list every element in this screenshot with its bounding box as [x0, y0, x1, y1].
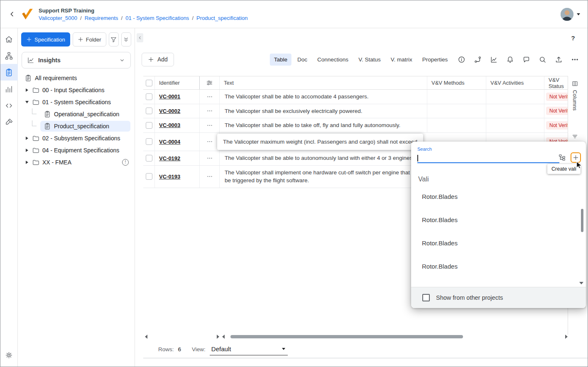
vv-activities-header[interactable]: V&V Activities — [486, 76, 544, 89]
vv-methods-cell[interactable] — [427, 104, 486, 118]
rail-home-button[interactable] — [0, 31, 18, 47]
vv-activities-cell[interactable] — [486, 104, 544, 118]
tree-item-00-input-specifications[interactable]: 00 - Input Specifications — [18, 84, 135, 96]
filter-list-icon[interactable] — [571, 133, 578, 140]
vali-list-item[interactable]: Rotor.Blades — [411, 254, 586, 278]
rail-settings-button[interactable] — [0, 347, 18, 363]
text-header[interactable]: Text — [220, 76, 427, 89]
popup-scroll-down-icon[interactable] — [579, 282, 583, 284]
tree-item-04-equipment-specifications[interactable]: 04 - Equipment Specifications — [18, 144, 135, 156]
tree-item-operational-specification[interactable]: Operational_specification — [18, 108, 135, 120]
scroll-left-icon[interactable] — [145, 335, 147, 339]
breadcrumb-folder[interactable]: 01 - System Specifications — [121, 15, 189, 21]
row-checkbox[interactable] — [146, 108, 152, 114]
vv-activities-cell[interactable] — [486, 90, 544, 104]
sidebar-collapse-handle[interactable] — [137, 33, 143, 42]
rail-scripting-button[interactable] — [0, 97, 18, 114]
frozen-pane-scrollbar[interactable] — [145, 334, 219, 340]
tab-connections[interactable]: Connections — [313, 54, 353, 66]
requirement-text[interactable]: The Valicopter shall be able to take off… — [220, 118, 427, 132]
scroll-left-icon[interactable] — [222, 335, 225, 339]
vv-status-cell[interactable]: Not Verified — [544, 90, 568, 104]
main-pane-scrollbar[interactable] — [222, 334, 568, 340]
row-checkbox[interactable] — [146, 93, 152, 100]
tab-properties[interactable]: Properties — [418, 54, 452, 66]
row-menu-button[interactable] — [200, 151, 220, 165]
rail-requirements-button[interactable] — [0, 64, 18, 81]
new-folder-button[interactable]: Folder — [73, 32, 106, 46]
show-other-projects-checkbox[interactable] — [422, 294, 430, 301]
vali-list-item[interactable]: Rotor.Blades — [411, 185, 586, 208]
new-specification-button[interactable]: Specification — [21, 32, 70, 46]
requirement-text-editing-card[interactable]: The Valicopter maximum weight (incl. Pas… — [217, 134, 423, 150]
analytics-button[interactable] — [488, 54, 499, 65]
back-button[interactable] — [6, 8, 18, 20]
table-row[interactable]: VC-0003 The Valicopter shall be able to … — [143, 118, 568, 133]
vali-search-input[interactable]: Search — [417, 147, 559, 163]
vv-status-header[interactable]: V&V Status — [544, 76, 568, 89]
collapse-all-button[interactable] — [121, 32, 131, 46]
scrollbar-track[interactable] — [150, 335, 214, 339]
select-all-checkbox[interactable] — [146, 80, 152, 86]
breadcrumb-module[interactable]: Requirements — [80, 15, 118, 21]
requirement-text[interactable]: The Valicopter shall be able to accomoda… — [220, 90, 427, 104]
row-menu-button[interactable] — [200, 166, 220, 188]
info-button[interactable] — [456, 54, 467, 65]
user-avatar[interactable] — [561, 8, 573, 21]
insights-toggle[interactable]: Insights — [22, 52, 131, 69]
scrollbar-track[interactable] — [227, 335, 563, 339]
filter-specifications-button[interactable] — [109, 32, 119, 46]
view-select[interactable]: Default — [210, 343, 288, 355]
scroll-right-icon[interactable] — [565, 335, 568, 339]
row-settings-header[interactable] — [200, 76, 220, 89]
browse-vali-tree-button[interactable] — [557, 153, 567, 163]
requirement-id-link[interactable]: VC-0003 — [159, 122, 180, 128]
export-button[interactable] — [553, 54, 564, 65]
requirement-id-link[interactable]: VC-0002 — [159, 108, 180, 114]
vv-activities-cell[interactable] — [486, 118, 544, 132]
table-columns-icon[interactable] — [571, 80, 578, 87]
scrollbar-thumb[interactable] — [230, 335, 463, 338]
expand-arrow-icon[interactable] — [24, 161, 29, 164]
row-checkbox[interactable] — [146, 173, 152, 180]
add-requirement-button[interactable]: Add — [142, 53, 174, 66]
row-checkbox[interactable] — [146, 155, 152, 161]
table-row[interactable]: VC-0001 The Valicopter shall be able to … — [143, 90, 568, 104]
help-button[interactable]: ? — [568, 32, 578, 43]
search-button[interactable] — [537, 54, 548, 65]
row-checkbox[interactable] — [146, 122, 152, 129]
requirement-id-link[interactable]: VC-0192 — [159, 155, 180, 161]
expand-arrow-icon[interactable] — [24, 88, 29, 92]
valispace-logo-icon[interactable] — [20, 7, 34, 21]
requirement-text[interactable]: The Valicopter shall be able to autonomo… — [220, 151, 427, 165]
rail-analyses-button[interactable] — [0, 81, 18, 97]
tab-v-matrix[interactable]: V. matrix — [387, 54, 416, 66]
vv-methods-cell[interactable] — [427, 118, 486, 132]
requirement-text[interactable]: The Valicopter shall implement one hardw… — [220, 166, 427, 188]
requirement-id-link[interactable]: VC-0193 — [159, 174, 180, 180]
table-row[interactable]: VC-0002 The Valicopter shall be exclusiv… — [143, 104, 568, 119]
selected-tree-item[interactable]: Product_specification — [40, 121, 130, 132]
more-actions-button[interactable] — [569, 54, 580, 65]
row-checkbox[interactable] — [146, 138, 152, 145]
row-menu-button[interactable] — [200, 118, 220, 132]
popup-scrollbar-thumb[interactable] — [581, 209, 583, 232]
avatar-menu-caret-icon[interactable] — [577, 13, 580, 15]
tab-v-status[interactable]: V. Status — [354, 54, 385, 66]
show-other-projects-label[interactable]: Show from other projects — [436, 294, 503, 301]
tree-item-product-specification[interactable]: Product_specification — [18, 120, 135, 132]
tab-doc[interactable]: Doc — [293, 54, 311, 66]
fmea-warning-icon[interactable]: ! — [122, 159, 129, 166]
rail-project-button[interactable] — [0, 47, 18, 64]
tree-item-xx-fmea[interactable]: XX - FMEA ! — [18, 156, 135, 168]
tree-item-01-system-specifications[interactable]: 01 - System Specifications — [18, 96, 135, 108]
expand-arrow-icon[interactable] — [24, 149, 29, 152]
automations-button[interactable] — [472, 54, 483, 65]
vali-list-item[interactable]: Rotor.Blades — [411, 231, 586, 254]
search-input-line[interactable] — [417, 154, 559, 163]
collapse-arrow-icon[interactable] — [24, 101, 29, 103]
breadcrumb-project[interactable]: Valicopter_5000 — [39, 15, 77, 21]
row-menu-button[interactable] — [200, 133, 220, 151]
columns-panel-label[interactable]: Columns — [572, 90, 578, 110]
notifications-button[interactable] — [505, 54, 515, 65]
